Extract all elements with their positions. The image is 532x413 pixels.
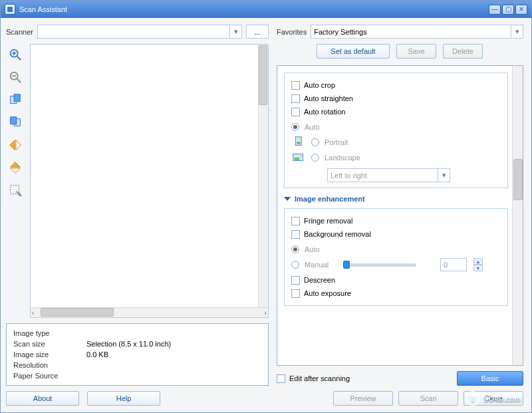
svg-marker-14 (11, 168, 21, 173)
image-enhancement-header[interactable]: Image enhancement (284, 195, 508, 203)
crop-select-icon[interactable] (6, 181, 25, 200)
collapse-triangle-icon (284, 197, 291, 201)
rotate-left-icon[interactable] (6, 90, 25, 109)
auto-rotation-checkbox[interactable]: Auto rotation (291, 105, 501, 118)
settings-scrollbar[interactable] (512, 66, 523, 365)
edit-after-scanning-checkbox[interactable]: Edit after scanning (277, 372, 350, 385)
auto-straighten-checkbox[interactable]: Auto straighten (291, 92, 501, 105)
image-size-label: Image size (13, 350, 86, 358)
svg-marker-12 (16, 140, 21, 150)
svg-rect-10 (11, 117, 17, 124)
basic-button[interactable]: Basic (457, 371, 523, 386)
zoom-out-icon[interactable] (6, 68, 25, 86)
info-panel: Image type Scan sizeSelection (8.5 x 11.… (6, 323, 269, 386)
background-removal-checkbox[interactable]: Background removal (291, 227, 501, 241)
auto-exposure-checkbox[interactable]: Auto exposure (291, 287, 501, 300)
portrait-icon (291, 135, 306, 150)
image-type-label: Image type (13, 329, 86, 337)
svg-rect-18 (297, 142, 301, 144)
help-button[interactable]: Help (87, 391, 160, 406)
background-manual-slider[interactable] (343, 263, 416, 267)
close-button[interactable]: Close (464, 391, 523, 406)
left-pane: Scanner ▾ ... (6, 25, 269, 406)
svg-rect-8 (14, 94, 20, 102)
rotation-auto-radio: Auto (291, 120, 501, 134)
scan-size-label: Scan size (13, 340, 86, 348)
background-manual-spinner[interactable]: 0 (440, 258, 467, 271)
window-title: Scan Assistant (19, 5, 487, 13)
set-default-button[interactable]: Set as default (317, 44, 390, 59)
chevron-down-icon[interactable]: ▾ (438, 169, 450, 182)
save-button[interactable]: Save (396, 44, 436, 59)
landscape-icon (291, 150, 306, 165)
svg-point-22 (300, 154, 303, 157)
fringe-removal-checkbox[interactable]: Fringe removal (291, 214, 501, 227)
mirror-vertical-icon[interactable] (6, 158, 25, 177)
rotation-landscape-radio: Landscape (291, 151, 501, 164)
enhancement-group: Fringe removal Background removal Auto M… (284, 208, 508, 306)
paper-source-label: Paper Source (13, 372, 86, 380)
preview-area[interactable]: ‹› (30, 44, 269, 318)
preview-vertical-scrollbar[interactable] (258, 45, 268, 307)
right-pane: Favorites Factory Settings ▾ Set as defa… (277, 25, 523, 406)
descreen-checkbox[interactable]: Descreen (291, 273, 501, 287)
chevron-down-icon[interactable]: ▾ (511, 25, 523, 38)
background-manual-radio: Manual 0 ▴▾ (291, 258, 501, 271)
zoom-in-icon[interactable] (6, 45, 25, 64)
minimize-button[interactable]: — (489, 5, 501, 15)
scan-button[interactable]: Scan (398, 391, 458, 406)
app-window: Scan Assistant — ▢ ✕ Scanner ▾ ... (0, 0, 532, 413)
auto-group: Auto crop Auto straighten Auto rotation … (284, 72, 508, 188)
rotate-right-icon[interactable] (6, 113, 25, 132)
spinner-buttons[interactable]: ▴▾ (473, 258, 483, 271)
rotation-portrait-radio: Portrait (291, 136, 501, 149)
scanner-label: Scanner (6, 28, 33, 36)
scanner-browse-button[interactable]: ... (246, 25, 269, 39)
preview-toolbar (6, 44, 26, 318)
background-auto-radio: Auto (291, 243, 501, 256)
svg-line-1 (17, 57, 21, 61)
delete-button[interactable]: Delete (443, 44, 483, 59)
title-bar[interactable]: Scan Assistant — ▢ ✕ (1, 1, 531, 18)
favorites-value: Factory Settings (314, 28, 366, 36)
chevron-down-icon[interactable]: ▾ (229, 25, 241, 38)
close-window-button[interactable]: ✕ (515, 5, 527, 15)
window-body: Scanner ▾ ... (1, 18, 531, 412)
svg-line-5 (17, 79, 21, 83)
app-icon (5, 4, 15, 15)
image-size-value: 0.0 KB (86, 350, 108, 358)
resolution-label: Resolution (13, 361, 86, 369)
scan-size-value: Selection (8.5 x 11.0 inch) (86, 340, 171, 348)
favorites-label: Favorites (277, 28, 307, 36)
favorites-combobox[interactable]: Factory Settings ▾ (311, 25, 523, 39)
svg-point-19 (299, 138, 302, 140)
rotation-direction-combobox[interactable]: Left to right ▾ (327, 168, 450, 182)
mirror-horizontal-icon[interactable] (6, 136, 25, 154)
scanner-combobox[interactable]: ▾ (37, 25, 242, 39)
svg-marker-13 (11, 162, 21, 167)
rotation-direction-value: Left to right (331, 172, 367, 180)
svg-rect-21 (295, 158, 299, 160)
preview-button[interactable]: Preview (333, 391, 393, 406)
svg-marker-11 (10, 140, 15, 150)
about-button[interactable]: About (6, 391, 79, 406)
auto-crop-checkbox[interactable]: Auto crop (291, 78, 501, 92)
settings-panel: Auto crop Auto straighten Auto rotation … (277, 65, 523, 366)
maximize-button[interactable]: ▢ (502, 5, 514, 15)
